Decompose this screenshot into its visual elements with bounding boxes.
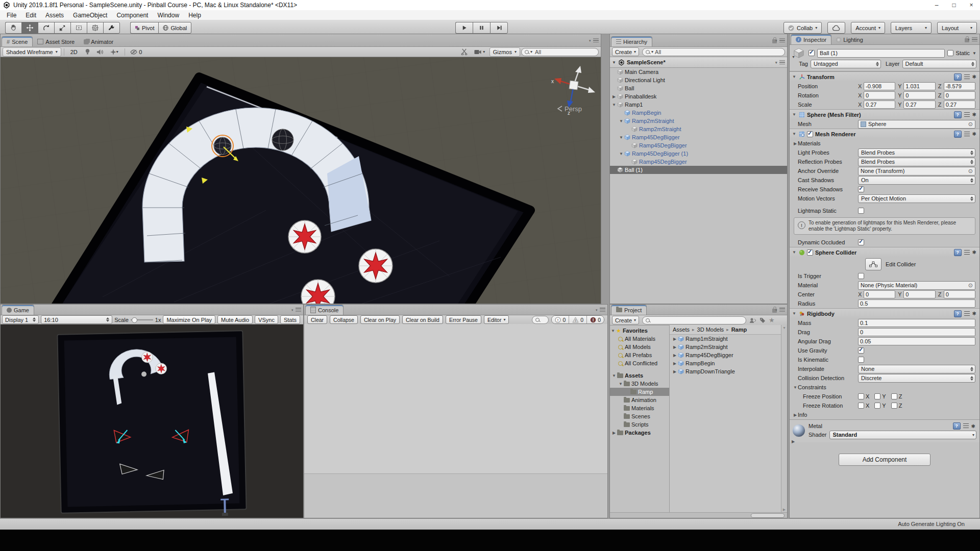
foldout-arrow[interactable]: ▼ — [618, 382, 624, 386]
anchor-override-object-field[interactable]: None (Transform)⊙ — [858, 167, 975, 176]
foldout-arrow[interactable]: ▼ — [793, 385, 798, 390]
foldout-arrow[interactable]: ▶ — [793, 413, 798, 417]
foldout-arrow[interactable]: ▶ — [672, 361, 678, 366]
cloud-button[interactable] — [827, 22, 845, 34]
light-probes-dropdown[interactable]: Blend Probes — [858, 148, 975, 157]
scene-header-row[interactable]: ▼ SampleScene* — [610, 57, 787, 68]
foldout-arrow[interactable]: ▼ — [792, 74, 797, 79]
project-file-rampbegin[interactable]: ▶ RampBegin — [670, 359, 787, 367]
tab-lighting[interactable]: Lighting — [831, 35, 868, 44]
layout-dropdown[interactable]: Layout▾ — [937, 22, 977, 34]
position-y-field[interactable]: 1.031 — [903, 82, 935, 90]
help-icon[interactable]: ? — [953, 422, 961, 430]
foldout-info[interactable]: ▶ Info — [790, 410, 979, 419]
gameobject-icon[interactable]: ▼ — [793, 47, 806, 59]
is-trigger-checkbox[interactable] — [858, 273, 864, 279]
project-file-rampdowntriangle[interactable]: ▶ RampDownTriangle — [670, 367, 787, 375]
draw-mode-dropdown[interactable]: Shaded Wireframe▾ — [3, 47, 61, 57]
hierarchy-item-main-camera[interactable]: Main Camera — [610, 68, 787, 76]
search-by-type-icon[interactable] — [749, 317, 756, 323]
menu-help[interactable]: Help — [184, 10, 206, 20]
menu-assets[interactable]: Assets — [41, 10, 68, 20]
project-favorites[interactable]: ▼ ★ Favorites — [610, 327, 669, 335]
preset-icon[interactable] — [964, 311, 970, 316]
preset-icon[interactable] — [964, 112, 970, 117]
foldout-constraints[interactable]: ▼ Constraints — [790, 383, 979, 392]
hierarchy-create-dropdown[interactable]: Create▾ — [612, 47, 639, 56]
project-horizontal-scrollbar[interactable] — [610, 512, 787, 518]
gameobject-name-field[interactable]: Ball (1) — [817, 49, 945, 58]
layers-dropdown[interactable]: Layers▾ — [891, 22, 932, 34]
hierarchy-item-pinaballdesk[interactable]: ▶ Pinaballdesk — [610, 92, 787, 101]
foldout-arrow[interactable]: ▼ — [792, 250, 797, 255]
foldout-arrow[interactable]: ▼ — [611, 373, 617, 378]
project-folder-animation[interactable]: Animation — [610, 396, 669, 404]
freeze-position-z-checkbox[interactable] — [891, 393, 897, 399]
freeze-rotation-x-checkbox[interactable] — [858, 403, 864, 409]
shader-dropdown[interactable]: Standard▾ — [829, 431, 976, 439]
hierarchy-item-ramp45degbigger[interactable]: Ramp45DegBigger — [610, 158, 787, 166]
aspect-ratio-dropdown[interactable]: 16:10 — [41, 315, 112, 324]
project-file-ramp45degbigger[interactable]: ▶ Ramp45DegBigger — [670, 351, 787, 359]
rotation-z-field[interactable]: 0 — [944, 91, 975, 99]
tab-asset-store[interactable]: Asset Store — [33, 37, 79, 46]
component-enabled-checkbox[interactable] — [807, 131, 813, 137]
hierarchy-item-rampbegin[interactable]: RampBegin — [610, 109, 787, 117]
breadcrumb-assets[interactable]: Assets — [673, 327, 690, 333]
mass-field[interactable]: 0.1 — [858, 319, 975, 327]
help-icon[interactable]: ? — [954, 131, 962, 138]
project-folder-scripts[interactable]: Scripts — [610, 420, 669, 429]
position-z-field[interactable]: -8.579 — [944, 82, 975, 90]
play-button[interactable] — [455, 22, 473, 34]
foldout-arrow[interactable]: ▼ — [612, 60, 616, 65]
console-detail-pane[interactable] — [304, 474, 607, 518]
hierarchy-item-ball-1[interactable]: Ball (1) — [610, 166, 787, 174]
tab-project[interactable]: Project — [611, 305, 647, 315]
foldout-arrow[interactable]: ▼ — [618, 119, 624, 123]
project-favorite-all-models[interactable]: All Models — [610, 343, 669, 351]
move-tool-button[interactable] — [21, 22, 38, 34]
project-favorite-all-prefabs[interactable]: All Prefabs — [610, 351, 669, 359]
is-kinematic-checkbox[interactable] — [858, 357, 864, 363]
foldout-arrow[interactable]: ▶ — [611, 94, 617, 99]
pause-button[interactable] — [473, 22, 490, 34]
freeze-position-y-checkbox[interactable] — [874, 393, 880, 399]
component-enabled-checkbox[interactable] — [807, 249, 813, 256]
hierarchy-item-ramp2mstraight[interactable]: Ramp2mStraight — [610, 125, 787, 133]
minimize-icon[interactable]: – — [928, 0, 945, 10]
scene-menu-icon[interactable] — [779, 60, 785, 65]
scale-tool-button[interactable] — [54, 22, 70, 34]
warning-count-badge[interactable]: ! 0 — [569, 316, 587, 323]
static-dropdown-icon[interactable]: ▼ — [972, 51, 976, 56]
add-component-button[interactable]: Add Component — [839, 454, 930, 466]
component-header-rigidbody[interactable]: ▼Rigidbody ? ✱ — [790, 308, 979, 318]
hierarchy-item-ramp2mstraight[interactable]: ▼ Ramp2mStraight — [610, 117, 787, 125]
center-y-field[interactable]: 0 — [903, 290, 935, 298]
hierarchy-search-input[interactable]: ▾ All — [642, 48, 785, 56]
rotation-x-field[interactable]: 0 — [864, 91, 895, 99]
collab-dropdown[interactable]: Collab▾ — [783, 22, 822, 34]
center-x-field[interactable]: 0 — [864, 290, 895, 298]
gear-icon[interactable]: ✱ — [972, 74, 976, 80]
gear-icon[interactable]: ✱ — [972, 311, 976, 316]
foldout-materials[interactable]: ▶ Materials — [790, 139, 979, 148]
console-search-input[interactable] — [532, 316, 549, 324]
dynamic-occluded-checkbox[interactable] — [858, 239, 864, 245]
component-header-sphere-mesh-filter[interactable]: ▼Sphere (Mesh Filter) ? ✱ — [790, 109, 979, 119]
preset-icon[interactable] — [964, 74, 970, 80]
foldout-arrow[interactable]: ▶ — [672, 353, 678, 358]
component-header-sphere-collider[interactable]: ▼Sphere Collider ? ✱ — [790, 247, 979, 257]
center-z-field[interactable]: 0 — [944, 290, 975, 298]
help-icon[interactable]: ? — [954, 73, 962, 81]
menu-file[interactable]: File — [2, 10, 21, 20]
project-folder-assets[interactable]: ▼ Assets — [610, 371, 669, 380]
game-vsync-button[interactable]: VSync — [255, 315, 278, 324]
panel-menu-icon[interactable] — [779, 38, 785, 43]
freeze-position-x-checkbox[interactable] — [858, 393, 864, 399]
rect-tool-button[interactable] — [70, 22, 87, 34]
hand-tool-button[interactable] — [5, 22, 21, 34]
gear-icon[interactable]: ✱ — [971, 423, 975, 429]
lighting-status[interactable]: Auto Generate Lighting On — [898, 521, 965, 527]
tab-game[interactable]: Game — [2, 305, 34, 315]
cast-shadows-dropdown[interactable]: On — [858, 176, 975, 185]
